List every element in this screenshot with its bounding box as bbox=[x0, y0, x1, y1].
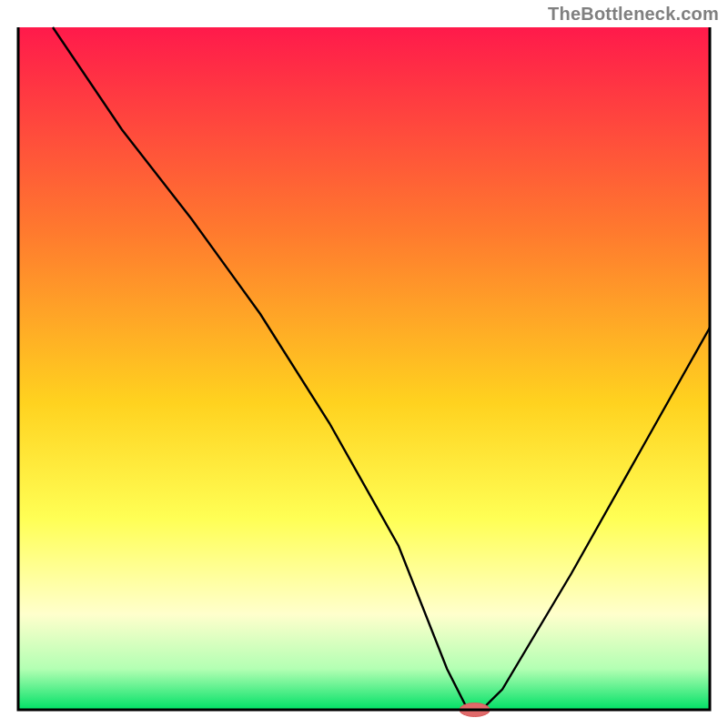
attribution-label: TheBottleneck.com bbox=[548, 4, 719, 25]
bottleneck-chart: TheBottleneck.com bbox=[0, 0, 728, 728]
chart-svg bbox=[0, 0, 728, 728]
